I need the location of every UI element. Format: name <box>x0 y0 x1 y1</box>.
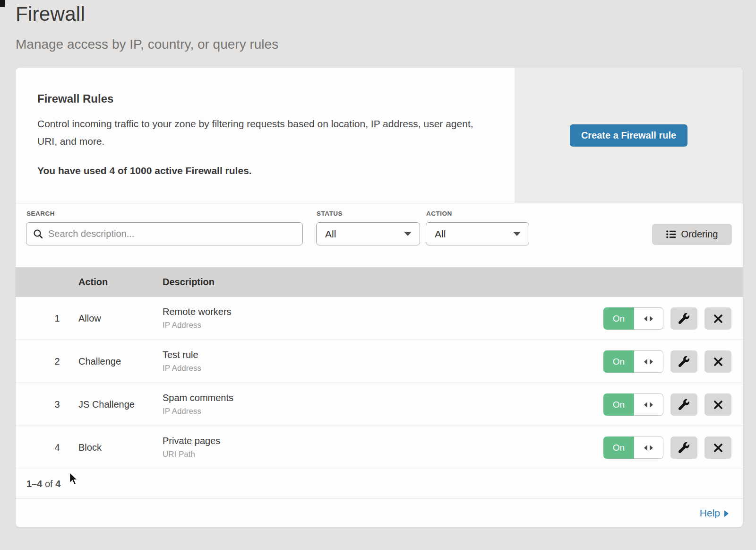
edit-rule-button[interactable] <box>670 437 697 459</box>
delete-rule-button[interactable] <box>704 350 731 373</box>
rule-action: Challenge <box>78 356 121 367</box>
rules-usage-text: You have used 4 of 1000 active Firewall … <box>37 165 252 176</box>
rule-priority: 1 <box>49 313 66 324</box>
rule-match-field: IP Address <box>163 407 233 416</box>
overview-section: Firewall Rules Control incoming traffic … <box>16 68 743 203</box>
help-link-label: Help <box>700 507 720 519</box>
toggle-on-label: On <box>603 393 634 416</box>
toggle-arrows-icon[interactable] <box>634 393 663 416</box>
toggle-arrows-icon[interactable] <box>634 437 663 459</box>
status-label: STATUS <box>317 210 343 217</box>
overview-description: Control incoming traffic to your zone by… <box>37 115 486 150</box>
rule-description: Remote workers <box>163 306 232 317</box>
pagination-separator: of <box>45 479 53 489</box>
action-select-value: All <box>435 228 446 240</box>
create-firewall-rule-button[interactable]: Create a Firewall rule <box>570 124 687 147</box>
firewall-rules-card: Firewall Rules Control incoming traffic … <box>16 68 743 527</box>
page-subtitle: Manage access by IP, country, or query r… <box>16 37 278 52</box>
edit-rule-button[interactable] <box>670 393 697 416</box>
rule-controls: On <box>603 437 731 459</box>
create-rule-panel: Create a Firewall rule <box>515 68 743 203</box>
rule-priority: 4 <box>49 442 66 453</box>
rule-action: Block <box>78 442 102 453</box>
screen-corner-artifact <box>0 0 5 7</box>
table-row: 3 JS Challenge Spam comments IP Address … <box>16 383 743 426</box>
status-select[interactable]: All <box>316 222 420 245</box>
search-field-wrapper <box>26 222 303 245</box>
rule-controls: On <box>603 350 731 373</box>
close-icon <box>713 356 724 367</box>
delete-rule-button[interactable] <box>704 437 731 459</box>
wrench-icon <box>679 442 689 453</box>
action-label: ACTION <box>426 210 452 217</box>
table-row: 4 Block Private pages URI Path On <box>16 426 743 469</box>
column-header-description: Description <box>163 267 215 297</box>
rule-description: Private pages <box>163 436 220 446</box>
rule-description: Test rule <box>163 349 201 360</box>
card-footer: Help <box>16 499 743 527</box>
action-select[interactable]: All <box>426 222 529 245</box>
rule-enabled-toggle[interactable]: On <box>603 307 663 330</box>
pagination-text: 1–4 of 4 <box>26 479 60 489</box>
close-icon <box>713 442 724 454</box>
rule-enabled-toggle[interactable]: On <box>603 437 663 459</box>
wrench-icon <box>679 313 689 324</box>
rule-controls: On <box>603 307 731 330</box>
pagination-bar: 1–4 of 4 <box>16 469 743 499</box>
table-row: 2 Challenge Test rule IP Address On <box>16 340 743 383</box>
filter-bar: SEARCH STATUS All ACTION All <box>16 203 743 267</box>
rule-priority: 3 <box>49 399 66 410</box>
page-title: Firewall <box>16 3 85 26</box>
rule-action: Allow <box>78 313 101 324</box>
rule-enabled-toggle[interactable]: On <box>603 393 663 416</box>
rule-match-field: URI Path <box>163 450 220 459</box>
help-link[interactable]: Help <box>700 507 729 519</box>
close-icon <box>713 399 724 410</box>
chevron-down-icon <box>404 232 412 236</box>
delete-rule-button[interactable] <box>704 393 731 416</box>
pagination-total: 4 <box>55 479 60 489</box>
delete-rule-button[interactable] <box>704 307 731 330</box>
toggle-arrows-icon[interactable] <box>634 307 663 330</box>
rule-description-block: Remote workers IP Address <box>163 306 232 330</box>
toggle-arrows-icon[interactable] <box>634 350 663 373</box>
rule-match-field: IP Address <box>163 364 201 373</box>
search-input[interactable] <box>26 222 303 245</box>
table-header: Action Description <box>16 267 743 297</box>
ordering-button[interactable]: Ordering <box>652 224 732 245</box>
status-select-value: All <box>325 228 336 240</box>
wrench-icon <box>679 399 689 410</box>
toggle-on-label: On <box>603 307 634 330</box>
rule-controls: On <box>603 393 731 416</box>
chevron-down-icon <box>513 232 521 236</box>
rule-action: JS Challenge <box>78 399 135 410</box>
rule-description: Spam comments <box>163 393 233 403</box>
overview-heading: Firewall Rules <box>37 92 113 105</box>
wrench-icon <box>679 356 689 367</box>
list-icon <box>666 230 676 239</box>
rule-enabled-toggle[interactable]: On <box>603 350 663 373</box>
table-row: 1 Allow Remote workers IP Address On <box>16 297 743 340</box>
column-header-action: Action <box>78 267 108 297</box>
ordering-button-label: Ordering <box>681 229 718 240</box>
toggle-on-label: On <box>603 437 634 459</box>
help-arrow-icon <box>724 510 729 517</box>
edit-rule-button[interactable] <box>670 350 697 373</box>
close-icon <box>713 313 724 324</box>
rule-description-block: Spam comments IP Address <box>163 393 233 416</box>
toggle-on-label: On <box>603 350 634 373</box>
rule-description-block: Private pages URI Path <box>163 436 220 459</box>
pagination-range: 1–4 <box>26 479 42 489</box>
rule-match-field: IP Address <box>163 321 232 330</box>
edit-rule-button[interactable] <box>670 307 697 330</box>
rule-priority: 2 <box>49 356 66 367</box>
search-label: SEARCH <box>26 210 55 217</box>
rule-description-block: Test rule IP Address <box>163 349 201 373</box>
